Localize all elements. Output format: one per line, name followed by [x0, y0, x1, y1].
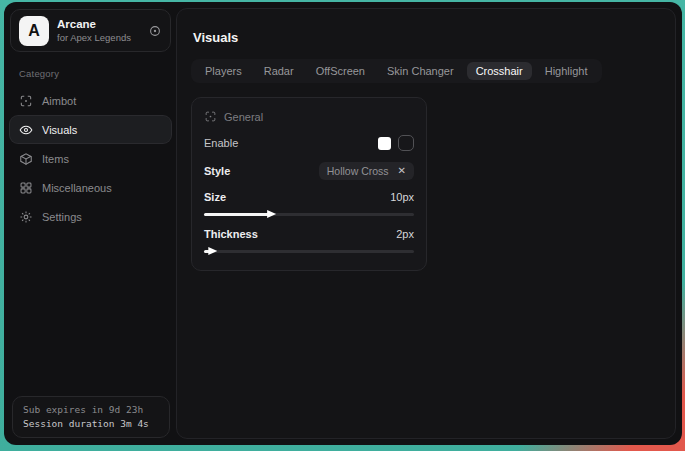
- slider-fill: [204, 250, 210, 253]
- tab-crosshair[interactable]: Crosshair: [467, 62, 532, 80]
- brand-logo: A: [19, 16, 49, 46]
- subscription-info-card: Sub expires in 9d 23h Session duration 3…: [12, 396, 170, 438]
- thickness-row: Thickness 2px: [204, 228, 414, 240]
- thickness-slider[interactable]: [204, 246, 414, 256]
- session-duration-text: Session duration 3m 4s: [23, 418, 159, 429]
- tab-offscreen[interactable]: OffScreen: [307, 62, 374, 80]
- tab-players[interactable]: Players: [196, 62, 251, 80]
- sidebar-item-label: Items: [42, 153, 69, 165]
- brand-subtitle: for Apex Legends: [57, 32, 140, 44]
- visuals-tabbar: Players Radar OffScreen Skin Changer Cro…: [191, 59, 602, 83]
- slider-fill: [204, 213, 269, 216]
- card-header: General: [204, 110, 414, 123]
- sidebar-item-miscellaneous[interactable]: Miscellaneous: [10, 174, 171, 201]
- scan-icon: [204, 110, 217, 123]
- brand-name: Arcane: [57, 17, 140, 31]
- close-icon[interactable]: ✕: [398, 166, 406, 176]
- style-dropdown[interactable]: Hollow Cross ✕: [319, 162, 414, 180]
- eye-icon: [19, 123, 33, 137]
- sidebar-item-label: Miscellaneous: [42, 182, 112, 194]
- main-panel: Visuals Players Radar OffScreen Skin Cha…: [176, 8, 676, 439]
- category-label: Category: [19, 68, 171, 79]
- sidebar-item-settings[interactable]: Settings: [10, 203, 171, 230]
- brand-text: Arcane for Apex Legends: [57, 17, 140, 43]
- sidebar-item-label: Visuals: [42, 124, 77, 136]
- sidebar-nav: Aimbot Visuals Items: [10, 87, 171, 230]
- enable-checkbox[interactable]: [398, 135, 414, 151]
- tab-skin-changer[interactable]: Skin Changer: [378, 62, 463, 80]
- sidebar-item-visuals[interactable]: Visuals: [10, 116, 171, 143]
- slider-thumb[interactable]: [208, 247, 217, 255]
- slider-thumb[interactable]: [267, 210, 276, 218]
- brand-card: A Arcane for Apex Legends: [10, 9, 171, 52]
- general-settings-card: General Enable Style Hollow Cross ✕ Size…: [191, 97, 427, 271]
- sidebar-item-label: Aimbot: [42, 95, 76, 107]
- target-icon: [148, 24, 162, 38]
- sidebar-item-items[interactable]: Items: [10, 145, 171, 172]
- cube-icon: [19, 152, 33, 166]
- slider-track[interactable]: [204, 250, 414, 253]
- color-swatch[interactable]: [378, 137, 391, 150]
- sidebar-item-label: Settings: [42, 211, 82, 223]
- size-label: Size: [204, 191, 226, 203]
- thickness-label: Thickness: [204, 228, 258, 240]
- sidebar: A Arcane for Apex Legends Category: [4, 2, 176, 445]
- sidebar-item-aimbot[interactable]: Aimbot: [10, 87, 171, 114]
- size-slider[interactable]: [204, 209, 414, 219]
- gear-icon: [19, 210, 33, 224]
- crosshair-scan-icon: [19, 94, 33, 108]
- style-value: Hollow Cross: [327, 165, 389, 177]
- enable-label: Enable: [204, 137, 238, 149]
- slider-track[interactable]: [204, 213, 414, 216]
- page-title: Visuals: [193, 30, 661, 45]
- sub-expires-text: Sub expires in 9d 23h: [23, 404, 159, 415]
- size-row: Size 10px: [204, 191, 414, 203]
- style-label: Style: [204, 165, 230, 177]
- tab-highlight[interactable]: Highlight: [536, 62, 597, 80]
- app-window: A Arcane for Apex Legends Category: [4, 2, 682, 445]
- style-row: Style Hollow Cross ✕: [204, 162, 414, 180]
- thickness-value: 2px: [396, 228, 414, 240]
- tab-radar[interactable]: Radar: [255, 62, 303, 80]
- size-value: 10px: [390, 191, 414, 203]
- grid-icon: [19, 181, 33, 195]
- card-title: General: [224, 111, 263, 123]
- enable-row: Enable: [204, 135, 414, 151]
